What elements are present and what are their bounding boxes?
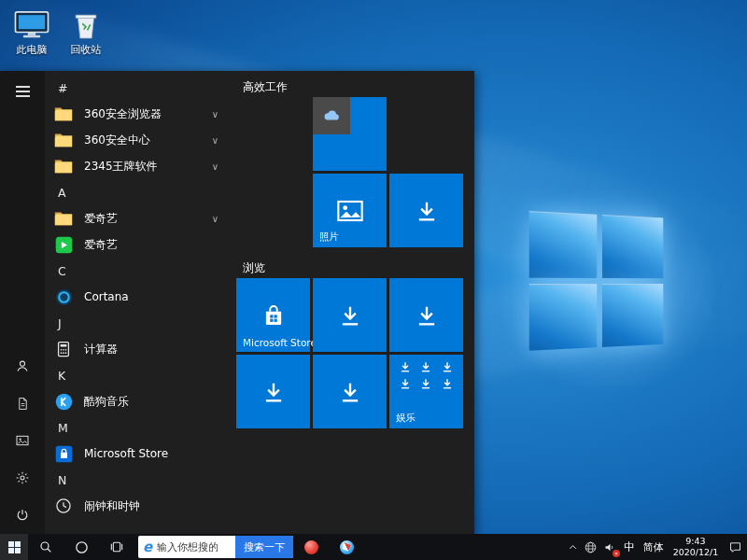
- time-label: 9:43: [669, 536, 723, 547]
- tile-grid-browse: Microsoft Store: [236, 278, 474, 428]
- app-list-header[interactable]: N: [45, 467, 232, 493]
- taskbar-search-go-button[interactable]: 搜索一下: [235, 536, 293, 558]
- app-label: 爱奇艺: [84, 237, 232, 253]
- windows-logo: [529, 211, 667, 355]
- app-list-item-iqiyi[interactable]: 爱奇艺: [45, 231, 232, 258]
- app-list-header[interactable]: K: [45, 362, 232, 388]
- muted-badge: ×: [613, 550, 620, 557]
- desktop-icon-this-pc[interactable]: 此电脑: [6, 6, 58, 57]
- app-list-item-calculator[interactable]: 计算器: [45, 336, 232, 362]
- documents-button[interactable]: [0, 385, 45, 422]
- ime-mode-indicator[interactable]: 中: [620, 534, 639, 560]
- desktop-icon-recycle-bin[interactable]: 回收站: [60, 6, 112, 57]
- tile-label: 娱乐: [396, 412, 416, 425]
- app-list-item-360-center[interactable]: 360安全中心 ∨: [45, 127, 232, 153]
- tile-downloading-app[interactable]: [389, 174, 463, 247]
- notification-center-button[interactable]: [723, 534, 747, 560]
- cortana-icon: [52, 286, 75, 308]
- app-list-item-kugou[interactable]: 酷狗音乐: [45, 388, 232, 414]
- kugou-icon: [52, 390, 75, 413]
- calculator-icon: [52, 338, 75, 360]
- iqiyi-icon: [52, 233, 75, 256]
- app-label: 计算器: [84, 342, 232, 357]
- tile-microsoft-store[interactable]: Microsoft Store: [236, 278, 310, 352]
- start-button[interactable]: [0, 534, 28, 560]
- power-button[interactable]: [0, 497, 45, 534]
- section-letter: A: [58, 186, 66, 200]
- windows-logo-pane: [529, 211, 598, 278]
- folder-icon: [52, 103, 75, 125]
- compass-browser-icon: [340, 540, 354, 554]
- app-list-item-2345[interactable]: 2345王牌软件 ∨: [45, 153, 232, 179]
- app-label: 360安全浏览器: [84, 106, 212, 122]
- tile-group-title[interactable]: 浏览: [243, 258, 474, 278]
- app-label: 360安全中心: [84, 133, 212, 148]
- folder-icon: [52, 155, 75, 177]
- app-list-item-cortana[interactable]: Cortana: [45, 284, 232, 310]
- tile-downloading-app[interactable]: [236, 355, 310, 428]
- search-icon: [38, 539, 53, 554]
- desktop-icon-label: 回收站: [60, 43, 112, 57]
- store-icon: [52, 442, 75, 465]
- pictures-button[interactable]: [0, 422, 45, 459]
- chevron-up-icon: [567, 541, 579, 553]
- settings-button[interactable]: [0, 459, 45, 497]
- windows-logo-glow: [453, 145, 747, 434]
- tile-area: 高效工作 照片 浏览: [232, 71, 474, 534]
- section-letter: J: [58, 316, 62, 330]
- download-icon: [313, 355, 387, 428]
- taskbar-search-input[interactable]: [157, 541, 235, 553]
- windows-logo-pane: [529, 284, 598, 351]
- app-list-header[interactable]: J: [45, 310, 232, 336]
- app-label: 爱奇艺: [84, 211, 212, 227]
- chevron-down-icon[interactable]: ∨: [212, 109, 218, 119]
- document-icon: [16, 397, 30, 411]
- chevron-down-icon[interactable]: ∨: [212, 214, 218, 224]
- user-account-button[interactable]: [0, 347, 45, 385]
- app-list-item-microsoft-store[interactable]: Microsoft Store: [45, 441, 232, 467]
- app-list-item-iqiyi-folder[interactable]: 爱奇艺 ∨: [45, 205, 232, 231]
- chevron-down-icon[interactable]: ∨: [212, 135, 218, 146]
- pinned-app-red-button[interactable]: [293, 534, 329, 560]
- tile-onedrive[interactable]: [313, 97, 387, 171]
- system-tray: × 中 简体 9:43 2020/12/1: [564, 534, 747, 560]
- desktop-screen: 此电脑 回收站: [0, 0, 747, 560]
- task-view-button[interactable]: [99, 534, 134, 560]
- app-list-header[interactable]: M: [45, 414, 232, 441]
- app-list-header[interactable]: C: [45, 258, 232, 284]
- app-list-header[interactable]: #: [45, 75, 232, 101]
- app-list-item-alarms-clock[interactable]: 闹钟和时钟: [45, 493, 232, 519]
- red-ball-icon: [304, 540, 318, 554]
- pictures-icon: [15, 433, 30, 448]
- clock-icon: [52, 495, 75, 517]
- tray-expand-button[interactable]: [564, 534, 581, 560]
- app-label: 酷狗音乐: [84, 394, 232, 410]
- taskbar-clock[interactable]: 9:43 2020/12/1: [669, 536, 723, 558]
- cortana-taskbar-button[interactable]: [63, 534, 99, 560]
- app-list-item-360-browser[interactable]: 360安全浏览器 ∨: [45, 101, 232, 127]
- chevron-down-icon[interactable]: ∨: [212, 161, 218, 172]
- tile-downloading-app[interactable]: [313, 278, 387, 352]
- volume-button[interactable]: ×: [599, 534, 620, 560]
- tile-downloading-app[interactable]: [313, 355, 387, 428]
- tile-label: 照片: [319, 231, 339, 244]
- computer-icon: [6, 6, 58, 41]
- expand-menu-button[interactable]: [0, 71, 45, 112]
- pinned-app-browser-button[interactable]: [329, 534, 364, 560]
- app-list-header[interactable]: A: [45, 179, 232, 205]
- tile-photos[interactable]: 照片: [313, 174, 387, 247]
- cortana-ring-icon: [74, 539, 90, 555]
- network-button[interactable]: [581, 534, 599, 560]
- power-icon: [15, 508, 30, 523]
- app-label: 闹钟和时钟: [84, 498, 232, 514]
- tile-group-title[interactable]: 高效工作: [243, 77, 474, 97]
- download-icon: [389, 174, 463, 247]
- ime-language-indicator[interactable]: 简体: [639, 534, 669, 560]
- folder-icon: [52, 129, 75, 151]
- tile-downloading-app[interactable]: [389, 278, 463, 352]
- taskbar-search-button[interactable]: [28, 534, 63, 560]
- tile-entertainment-folder[interactable]: 娱乐: [389, 355, 463, 428]
- globe-network-icon: [584, 540, 598, 554]
- taskbar-search-widget[interactable]: e 搜索一下: [138, 536, 293, 558]
- start-menu-rail: [0, 71, 45, 534]
